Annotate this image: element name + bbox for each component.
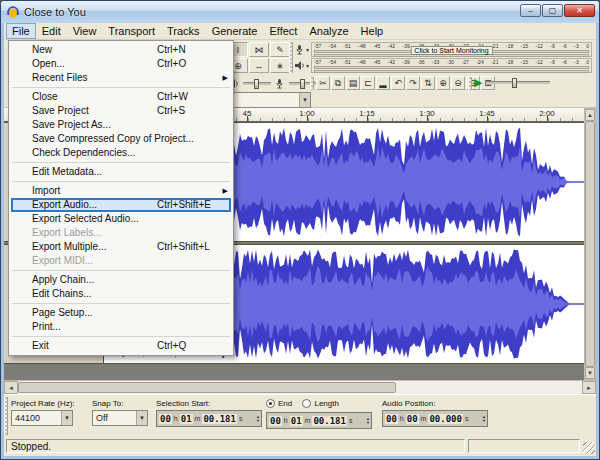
meter-scale-label: -48 <box>358 43 365 49</box>
length-radio-label: Length <box>314 399 338 408</box>
meter-dropdown-arrow-icon[interactable]: ▾ <box>306 46 309 53</box>
toolbar-grip[interactable] <box>310 77 314 90</box>
meter-scale-label: -21 <box>491 59 498 65</box>
menu-item-export-audio[interactable]: Export Audio...Ctrl+Shift+E <box>11 198 231 212</box>
meter-scale-label: -15 <box>521 59 528 65</box>
slider-thumb[interactable] <box>512 78 517 88</box>
playback-speed-slider[interactable] <box>486 81 550 84</box>
minimize-button[interactable]: – <box>520 4 541 17</box>
combo-arrow-icon[interactable]: ▼ <box>136 411 147 425</box>
scroll-left-button[interactable]: ◄ <box>4 381 18 394</box>
menu-edit[interactable]: Edit <box>36 23 67 39</box>
undo-button[interactable]: ↶ <box>391 76 405 90</box>
combo-arrow-icon[interactable]: ▼ <box>299 93 310 107</box>
silence-button[interactable]: ▂ <box>376 76 390 90</box>
horizontal-scrollbar[interactable]: ◄ ► <box>4 380 596 394</box>
menu-item-label: Page Setup... <box>32 306 157 320</box>
scroll-down-button[interactable]: ▼ <box>585 367 595 379</box>
audio-position-field[interactable]: 00h00m00.000s ▲▼ <box>382 410 488 427</box>
toolbar-grip[interactable] <box>4 397 8 435</box>
copy-button[interactable]: ⧉ <box>331 76 345 90</box>
maximize-button[interactable]: ▢ <box>542 4 563 17</box>
menu-item-close[interactable]: CloseCtrl+W <box>11 90 231 104</box>
scroll-up-button[interactable]: ▲ <box>585 109 595 121</box>
spinner-icon[interactable]: ▲▼ <box>254 415 260 423</box>
recording-meter[interactable]: -57-54-51-48-45-42-39-36-33-30-27-24-21-… <box>311 42 592 57</box>
snap-to-select[interactable]: Off ▼ <box>92 410 148 426</box>
playback-meter[interactable]: -57-54-51-48-45-42-39-36-33-30-27-24-21-… <box>311 58 592 73</box>
horizontal-scroll-thumb[interactable] <box>18 382 396 393</box>
meter-scale-label: -42 <box>388 59 395 65</box>
multi-tool-button[interactable]: ∗ <box>270 58 290 73</box>
menu-item-save-compressed-copy-of-project[interactable]: Save Compressed Copy of Project... <box>11 132 231 146</box>
menu-item-apply-chain[interactable]: Apply Chain... <box>11 273 231 287</box>
menu-item-save-project[interactable]: Save ProjectCtrl+S <box>11 104 231 118</box>
spinner-icon[interactable]: ▲▼ <box>364 417 370 425</box>
playback-meter-bars <box>312 65 591 73</box>
output-volume-slider[interactable] <box>243 82 271 85</box>
cut-button[interactable]: ✂ <box>316 76 330 90</box>
menu-item-open[interactable]: Open...Ctrl+O <box>11 57 231 71</box>
redo-button[interactable]: ↷ <box>406 76 420 90</box>
menu-tracks[interactable]: Tracks <box>161 23 206 39</box>
menu-analyze[interactable]: Analyze <box>303 23 354 39</box>
selection-start-field[interactable]: 00h01m00.181s ▲▼ <box>156 410 262 427</box>
trim-button[interactable]: ⊏ <box>361 76 375 90</box>
zoom-in-button[interactable]: ⊕ <box>436 76 450 90</box>
menu-item-new[interactable]: NewCtrl+N <box>11 43 231 57</box>
menu-item-print[interactable]: Print... <box>11 320 231 334</box>
menu-item-label: Exit <box>32 339 157 353</box>
menu-item-recent-files[interactable]: Recent Files▶ <box>11 71 231 85</box>
resize-grip[interactable] <box>583 442 595 454</box>
menu-effect[interactable]: Effect <box>264 23 304 39</box>
vertical-scroll-thumb[interactable] <box>585 121 595 367</box>
menu-item-label: Export Multiple... <box>32 240 157 254</box>
menu-item-exit[interactable]: ExitCtrl+Q <box>11 339 231 353</box>
menu-item-export-multiple[interactable]: Export Multiple...Ctrl+Shift+L <box>11 240 231 254</box>
paste-button[interactable]: ▤ <box>346 76 360 90</box>
menu-help[interactable]: Help <box>355 23 390 39</box>
status-panel: Stopped. <box>6 439 465 453</box>
envelope-tool-button[interactable]: ⋈ <box>249 42 269 57</box>
timeshift-tool-button[interactable]: ↔ <box>249 58 269 73</box>
menu-item-export-selected-audio[interactable]: Export Selected Audio... <box>11 212 231 226</box>
sync-lock-button[interactable]: ⇅ <box>421 76 435 90</box>
menu-file[interactable]: File <box>6 23 36 39</box>
spinner-icon[interactable]: ▲▼ <box>480 415 486 423</box>
length-radio[interactable]: Length <box>302 399 338 408</box>
zoom-out-button[interactable]: ⊖ <box>451 76 465 90</box>
slider-thumb[interactable] <box>300 79 305 89</box>
meter-dropdown-arrow-icon[interactable]: ▾ <box>306 62 309 69</box>
toolbar-grip[interactable] <box>468 77 472 90</box>
time-unit: m <box>305 417 311 424</box>
menu-item-edit-metadata[interactable]: Edit Metadata... <box>11 165 231 179</box>
menu-item-import[interactable]: Import▶ <box>11 184 231 198</box>
draw-tool-button[interactable]: ✎ <box>270 42 290 57</box>
audio-position-value: 00h00m00.000s <box>384 414 469 424</box>
selection-end-field[interactable]: 00h01m00.181s ▲▼ <box>266 412 372 429</box>
vertical-scrollbar[interactable]: ▲ ▼ <box>584 108 596 380</box>
project-rate-select[interactable]: 44100 ▼ <box>11 410 73 426</box>
end-radio[interactable]: End <box>266 399 292 408</box>
menu-item-save-project-as[interactable]: Save Project As... <box>11 118 231 132</box>
menu-bar: FileEditViewTransportTracksGenerateEffec… <box>4 23 596 40</box>
menu-item-page-setup[interactable]: Page Setup... <box>11 306 231 320</box>
audio-position-label: Audio Position: <box>382 399 488 408</box>
play-at-speed-button[interactable]: ▶ <box>474 76 482 89</box>
close-button[interactable]: ✕ <box>564 4 595 17</box>
menu-generate[interactable]: Generate <box>206 23 264 39</box>
scroll-right-button[interactable]: ► <box>582 381 596 394</box>
combo-arrow-icon[interactable]: ▼ <box>61 411 72 425</box>
meter-scale-label: -54 <box>329 43 336 49</box>
monitoring-label[interactable]: Click to Start Monitoring <box>410 46 492 55</box>
menu-view[interactable]: View <box>67 23 103 39</box>
menu-item-edit-chains[interactable]: Edit Chains... <box>11 287 231 301</box>
time-unit: m <box>421 415 427 422</box>
slider-thumb[interactable] <box>254 79 259 89</box>
menu-item-check-dependencies[interactable]: Check Dependencies... <box>11 146 231 160</box>
menu-separator <box>12 162 230 163</box>
toolbar-grip[interactable] <box>289 42 293 73</box>
menu-transport[interactable]: Transport <box>102 23 161 39</box>
time-digits: 01 <box>180 414 193 424</box>
title-bar[interactable]: Close to You – ▢ ✕ <box>1 1 599 23</box>
